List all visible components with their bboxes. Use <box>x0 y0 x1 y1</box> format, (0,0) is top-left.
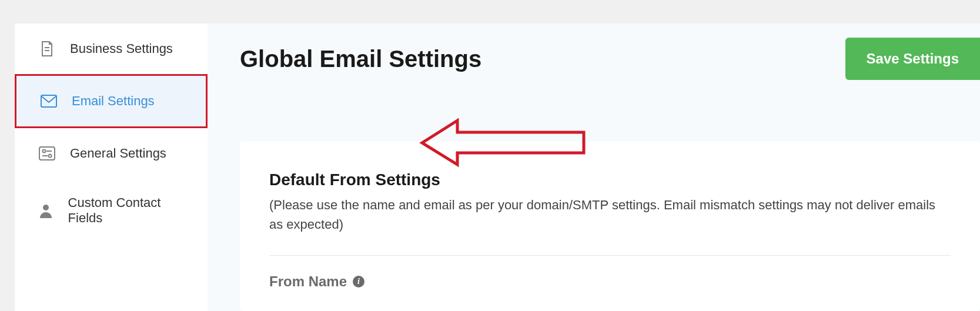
document-icon <box>38 40 56 58</box>
envelope-icon <box>40 92 58 110</box>
settings-panel-icon <box>38 145 56 162</box>
svg-point-5 <box>49 155 52 158</box>
divider <box>269 255 951 256</box>
sidebar-item-label: Email Settings <box>72 93 155 109</box>
sidebar-item-label: Custom Contact Fields <box>68 195 184 226</box>
svg-point-4 <box>43 150 46 153</box>
page-header: Global Email Settings Save Settings <box>208 24 980 94</box>
page-title: Global Email Settings <box>240 46 481 72</box>
section-title: Default From Settings <box>269 170 951 189</box>
settings-card: Default From Settings (Please use the na… <box>240 141 980 311</box>
svg-rect-2 <box>41 95 56 107</box>
from-name-label-row: From Name i <box>269 273 951 290</box>
from-name-label: From Name <box>269 273 347 290</box>
sidebar-item-label: General Settings <box>70 146 166 161</box>
sidebar-item-business-settings[interactable]: Business Settings <box>15 24 208 74</box>
sidebar-item-general-settings[interactable]: General Settings <box>15 128 208 179</box>
svg-rect-3 <box>39 147 55 160</box>
sidebar-item-custom-contact-fields[interactable]: Custom Contact Fields <box>15 179 208 242</box>
section-description: (Please use the name and email as per yo… <box>269 195 951 234</box>
svg-point-8 <box>43 205 49 210</box>
info-icon[interactable]: i <box>353 276 364 287</box>
user-icon <box>38 202 54 219</box>
main-content: Global Email Settings Save Settings Defa… <box>208 24 980 311</box>
save-settings-button[interactable]: Save Settings <box>845 38 980 80</box>
app-root: Business Settings Email Settings <box>0 0 980 311</box>
sidebar-item-label: Business Settings <box>70 41 173 56</box>
sidebar: Business Settings Email Settings <box>15 24 208 311</box>
sidebar-item-email-settings[interactable]: Email Settings <box>15 74 208 128</box>
